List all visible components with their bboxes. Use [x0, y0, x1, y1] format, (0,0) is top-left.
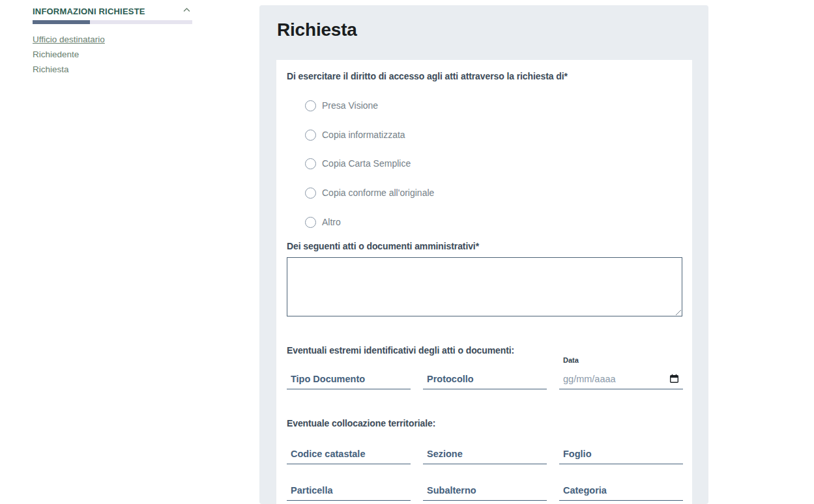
documents-label: Dei seguenti atti o documenti amministra… [287, 240, 479, 253]
field-foglio [559, 440, 683, 464]
foglio-input[interactable] [559, 440, 683, 464]
field-data [559, 365, 683, 389]
page-title: Richiesta [277, 19, 357, 41]
documents-textarea[interactable] [287, 257, 682, 316]
radio-label-altro[interactable]: Altro [322, 217, 341, 227]
radio-option-presa-visione[interactable]: Presa Visione [305, 98, 378, 113]
radio-option-copia-conforme-originale[interactable]: Copia conforme all'originale [305, 186, 434, 200]
sidebar-title: INFORMAZIONI RICHIESTE [33, 7, 145, 16]
wizard-progress-fill [33, 20, 90, 24]
field-sezione [423, 440, 547, 464]
documents-textarea-wrap [287, 257, 682, 316]
territorial-label: Eventuale collocazione territoriale: [287, 417, 435, 430]
access-question-label: Di esercitare il diritto di accesso agli… [287, 70, 568, 83]
radio-copia-conforme-originale[interactable] [305, 188, 316, 199]
radio-label-copia-carta-semplice[interactable]: Copia Carta Semplice [322, 158, 411, 169]
calendar-icon[interactable] [669, 374, 679, 384]
sidebar-item-richiedente[interactable]: Richiedente [33, 49, 105, 59]
particella-input[interactable] [287, 476, 411, 501]
sidebar-item-ufficio-destinatario[interactable]: Ufficio destinatario [33, 35, 105, 44]
sidebar-item-richiesta[interactable]: Richiesta [33, 64, 105, 74]
radio-presa-visione[interactable] [305, 100, 316, 111]
field-codice-catastale [287, 440, 411, 464]
field-protocollo [423, 365, 547, 389]
radio-option-copia-informatizzata[interactable]: Copia informatizzata [305, 128, 405, 142]
radio-option-altro[interactable]: Altro [305, 215, 341, 229]
radio-label-copia-conforme-originale[interactable]: Copia conforme all'originale [322, 188, 434, 198]
protocollo-input[interactable] [423, 365, 547, 389]
form-card: Di esercitare il diritto di accesso agli… [276, 60, 692, 504]
subalterno-input[interactable] [423, 476, 547, 501]
radio-altro[interactable] [305, 217, 316, 228]
radio-label-copia-informatizzata[interactable]: Copia informatizzata [322, 130, 405, 140]
chevron-up-icon[interactable] [183, 7, 190, 12]
data-input[interactable] [559, 365, 683, 389]
categoria-input[interactable] [559, 476, 683, 501]
radio-option-copia-carta-semplice[interactable]: Copia Carta Semplice [305, 156, 411, 171]
radio-label-presa-visione[interactable]: Presa Visione [322, 100, 378, 111]
radio-copia-carta-semplice[interactable] [305, 158, 316, 169]
wizard-sidebar: INFORMAZIONI RICHIESTE Ufficio destinata… [33, 7, 193, 16]
field-tipo-documento [287, 365, 411, 389]
radio-copia-informatizzata[interactable] [305, 130, 316, 141]
tipo-documento-input[interactable] [287, 365, 411, 389]
codice-catastale-input[interactable] [287, 440, 411, 464]
sezione-input[interactable] [423, 440, 547, 464]
wizard-progress-bar [33, 20, 192, 24]
field-categoria [559, 476, 683, 501]
content-panel: Richiesta Di esercitare il diritto di ac… [259, 5, 708, 504]
data-field-label: Data [563, 356, 579, 364]
field-particella [287, 476, 411, 501]
field-subalterno [423, 476, 547, 501]
identifiers-label: Eventuali estremi identificativi degli a… [287, 344, 514, 357]
page: INFORMAZIONI RICHIESTE Ufficio destinata… [0, 0, 814, 504]
sidebar-step-list: Ufficio destinatario Richiedente Richies… [33, 35, 105, 74]
sidebar-accordion-header[interactable]: INFORMAZIONI RICHIESTE [33, 7, 193, 16]
